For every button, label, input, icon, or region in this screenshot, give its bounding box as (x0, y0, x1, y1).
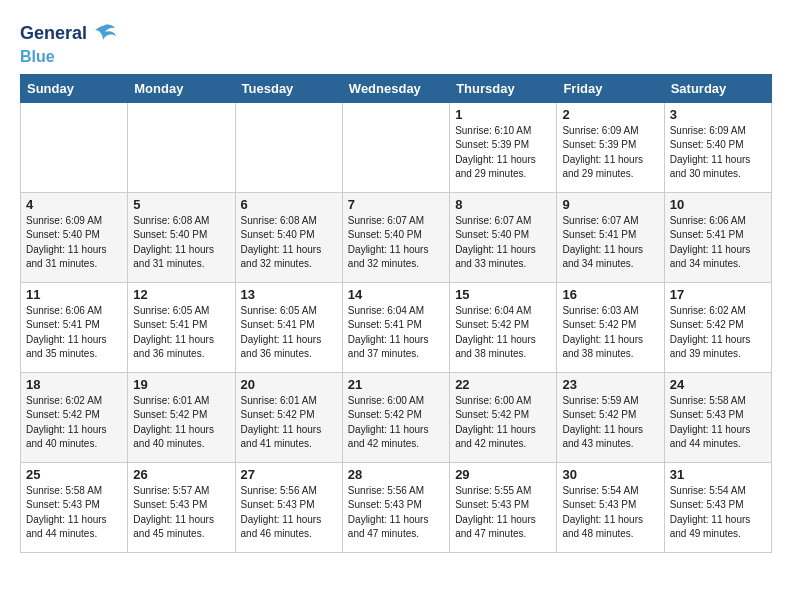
day-number: 14 (348, 287, 444, 302)
weekday-header-friday: Friday (557, 74, 664, 102)
calendar-week-row: 1Sunrise: 6:10 AMSunset: 5:39 PMDaylight… (21, 102, 772, 192)
calendar-cell: 18Sunrise: 6:02 AMSunset: 5:42 PMDayligh… (21, 372, 128, 462)
day-info: Sunrise: 5:55 AMSunset: 5:43 PMDaylight:… (455, 484, 551, 542)
day-info: Sunrise: 5:59 AMSunset: 5:42 PMDaylight:… (562, 394, 658, 452)
calendar-cell: 19Sunrise: 6:01 AMSunset: 5:42 PMDayligh… (128, 372, 235, 462)
day-info: Sunrise: 6:00 AMSunset: 5:42 PMDaylight:… (455, 394, 551, 452)
calendar-cell: 24Sunrise: 5:58 AMSunset: 5:43 PMDayligh… (664, 372, 771, 462)
calendar-cell: 7Sunrise: 6:07 AMSunset: 5:40 PMDaylight… (342, 192, 449, 282)
calendar-cell: 17Sunrise: 6:02 AMSunset: 5:42 PMDayligh… (664, 282, 771, 372)
day-number: 10 (670, 197, 766, 212)
day-number: 9 (562, 197, 658, 212)
calendar-cell: 11Sunrise: 6:06 AMSunset: 5:41 PMDayligh… (21, 282, 128, 372)
day-info: Sunrise: 6:03 AMSunset: 5:42 PMDaylight:… (562, 304, 658, 362)
day-number: 8 (455, 197, 551, 212)
day-info: Sunrise: 5:56 AMSunset: 5:43 PMDaylight:… (348, 484, 444, 542)
day-number: 31 (670, 467, 766, 482)
day-info: Sunrise: 6:07 AMSunset: 5:40 PMDaylight:… (348, 214, 444, 272)
calendar-cell (128, 102, 235, 192)
calendar-cell: 30Sunrise: 5:54 AMSunset: 5:43 PMDayligh… (557, 462, 664, 552)
calendar-table: SundayMondayTuesdayWednesdayThursdayFrid… (20, 74, 772, 553)
day-info: Sunrise: 5:58 AMSunset: 5:43 PMDaylight:… (26, 484, 122, 542)
day-info: Sunrise: 5:54 AMSunset: 5:43 PMDaylight:… (670, 484, 766, 542)
calendar-cell: 4Sunrise: 6:09 AMSunset: 5:40 PMDaylight… (21, 192, 128, 282)
day-info: Sunrise: 5:56 AMSunset: 5:43 PMDaylight:… (241, 484, 337, 542)
calendar-cell: 21Sunrise: 6:00 AMSunset: 5:42 PMDayligh… (342, 372, 449, 462)
day-number: 23 (562, 377, 658, 392)
day-number: 1 (455, 107, 551, 122)
day-number: 30 (562, 467, 658, 482)
calendar-cell: 25Sunrise: 5:58 AMSunset: 5:43 PMDayligh… (21, 462, 128, 552)
day-info: Sunrise: 5:57 AMSunset: 5:43 PMDaylight:… (133, 484, 229, 542)
calendar-cell: 13Sunrise: 6:05 AMSunset: 5:41 PMDayligh… (235, 282, 342, 372)
calendar-cell: 28Sunrise: 5:56 AMSunset: 5:43 PMDayligh… (342, 462, 449, 552)
day-number: 20 (241, 377, 337, 392)
day-info: Sunrise: 6:09 AMSunset: 5:39 PMDaylight:… (562, 124, 658, 182)
day-number: 6 (241, 197, 337, 212)
weekday-header-monday: Monday (128, 74, 235, 102)
weekday-header-wednesday: Wednesday (342, 74, 449, 102)
logo-bird-icon (89, 20, 117, 48)
day-info: Sunrise: 6:01 AMSunset: 5:42 PMDaylight:… (133, 394, 229, 452)
day-info: Sunrise: 6:02 AMSunset: 5:42 PMDaylight:… (670, 304, 766, 362)
day-info: Sunrise: 6:06 AMSunset: 5:41 PMDaylight:… (670, 214, 766, 272)
weekday-header-saturday: Saturday (664, 74, 771, 102)
logo-text: General (20, 24, 87, 44)
day-info: Sunrise: 6:09 AMSunset: 5:40 PMDaylight:… (670, 124, 766, 182)
header: General Blue (20, 20, 772, 66)
weekday-header-tuesday: Tuesday (235, 74, 342, 102)
calendar-cell: 2Sunrise: 6:09 AMSunset: 5:39 PMDaylight… (557, 102, 664, 192)
calendar-cell (21, 102, 128, 192)
calendar-cell: 16Sunrise: 6:03 AMSunset: 5:42 PMDayligh… (557, 282, 664, 372)
day-number: 27 (241, 467, 337, 482)
day-number: 4 (26, 197, 122, 212)
calendar-cell: 26Sunrise: 5:57 AMSunset: 5:43 PMDayligh… (128, 462, 235, 552)
calendar-cell: 8Sunrise: 6:07 AMSunset: 5:40 PMDaylight… (450, 192, 557, 282)
calendar-cell: 10Sunrise: 6:06 AMSunset: 5:41 PMDayligh… (664, 192, 771, 282)
day-number: 22 (455, 377, 551, 392)
calendar-cell (235, 102, 342, 192)
logo: General Blue (20, 20, 117, 66)
calendar-week-row: 18Sunrise: 6:02 AMSunset: 5:42 PMDayligh… (21, 372, 772, 462)
day-number: 18 (26, 377, 122, 392)
calendar-cell: 29Sunrise: 5:55 AMSunset: 5:43 PMDayligh… (450, 462, 557, 552)
calendar-cell: 5Sunrise: 6:08 AMSunset: 5:40 PMDaylight… (128, 192, 235, 282)
day-number: 21 (348, 377, 444, 392)
calendar-cell: 12Sunrise: 6:05 AMSunset: 5:41 PMDayligh… (128, 282, 235, 372)
calendar-cell: 1Sunrise: 6:10 AMSunset: 5:39 PMDaylight… (450, 102, 557, 192)
day-info: Sunrise: 5:58 AMSunset: 5:43 PMDaylight:… (670, 394, 766, 452)
day-number: 13 (241, 287, 337, 302)
day-info: Sunrise: 6:05 AMSunset: 5:41 PMDaylight:… (133, 304, 229, 362)
day-number: 19 (133, 377, 229, 392)
day-info: Sunrise: 6:04 AMSunset: 5:41 PMDaylight:… (348, 304, 444, 362)
day-number: 7 (348, 197, 444, 212)
calendar-cell: 27Sunrise: 5:56 AMSunset: 5:43 PMDayligh… (235, 462, 342, 552)
calendar-cell (342, 102, 449, 192)
day-info: Sunrise: 6:00 AMSunset: 5:42 PMDaylight:… (348, 394, 444, 452)
calendar-week-row: 4Sunrise: 6:09 AMSunset: 5:40 PMDaylight… (21, 192, 772, 282)
day-number: 11 (26, 287, 122, 302)
day-info: Sunrise: 6:05 AMSunset: 5:41 PMDaylight:… (241, 304, 337, 362)
day-number: 2 (562, 107, 658, 122)
calendar-week-row: 25Sunrise: 5:58 AMSunset: 5:43 PMDayligh… (21, 462, 772, 552)
day-info: Sunrise: 6:07 AMSunset: 5:40 PMDaylight:… (455, 214, 551, 272)
day-number: 5 (133, 197, 229, 212)
day-info: Sunrise: 6:01 AMSunset: 5:42 PMDaylight:… (241, 394, 337, 452)
day-number: 28 (348, 467, 444, 482)
calendar-cell: 22Sunrise: 6:00 AMSunset: 5:42 PMDayligh… (450, 372, 557, 462)
day-info: Sunrise: 6:04 AMSunset: 5:42 PMDaylight:… (455, 304, 551, 362)
calendar-cell: 9Sunrise: 6:07 AMSunset: 5:41 PMDaylight… (557, 192, 664, 282)
day-info: Sunrise: 6:08 AMSunset: 5:40 PMDaylight:… (241, 214, 337, 272)
calendar-week-row: 11Sunrise: 6:06 AMSunset: 5:41 PMDayligh… (21, 282, 772, 372)
day-number: 15 (455, 287, 551, 302)
day-info: Sunrise: 5:54 AMSunset: 5:43 PMDaylight:… (562, 484, 658, 542)
day-number: 12 (133, 287, 229, 302)
day-number: 29 (455, 467, 551, 482)
day-info: Sunrise: 6:09 AMSunset: 5:40 PMDaylight:… (26, 214, 122, 272)
day-info: Sunrise: 6:08 AMSunset: 5:40 PMDaylight:… (133, 214, 229, 272)
calendar-cell: 23Sunrise: 5:59 AMSunset: 5:42 PMDayligh… (557, 372, 664, 462)
day-number: 16 (562, 287, 658, 302)
day-number: 3 (670, 107, 766, 122)
weekday-header-row: SundayMondayTuesdayWednesdayThursdayFrid… (21, 74, 772, 102)
calendar-cell: 14Sunrise: 6:04 AMSunset: 5:41 PMDayligh… (342, 282, 449, 372)
